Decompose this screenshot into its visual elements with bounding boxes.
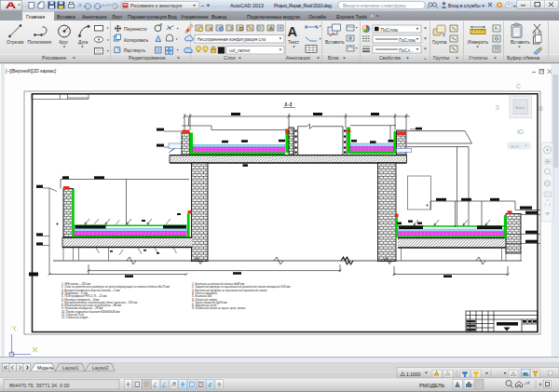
svg-text:9. Подвесной желоб из оцинк. к: 9. Подвесной желоб из оцинк. кров. стали — [192, 306, 246, 310]
svg-text:Измерить: Измерить — [468, 40, 489, 45]
svg-text:Вывод: Вывод — [211, 14, 226, 20]
svg-text:Подключенные модули: Подключенные модули — [247, 14, 300, 20]
svg-text:Группы: Группы — [433, 55, 450, 61]
svg-text:МСК: МСК — [511, 144, 520, 149]
svg-text:Введите ключевое слово/фразу: Введите ключевое слово/фразу — [343, 4, 407, 8]
svg-text:Вставить: Вставить — [511, 40, 530, 45]
svg-text:Вид: Вид — [168, 14, 177, 20]
svg-text:Express Tools: Express Tools — [336, 14, 367, 20]
svg-text:uol_razrez: uol_razrez — [229, 48, 251, 53]
svg-text:З: З — [496, 104, 499, 111]
svg-text:Ю: Ю — [517, 128, 524, 135]
svg-text:Лист: Лист — [112, 14, 123, 20]
svg-text:AutoCAD 2013: AutoCAD 2013 — [230, 3, 264, 8]
svg-text:ПоСл...: ПоСл... — [399, 48, 414, 53]
svg-text:864470.79, 39771.34, 0.00: 864470.79, 39771.34, 0.00 — [9, 383, 69, 388]
svg-text:Модель: Модель — [37, 366, 54, 371]
svg-text:Отрезок: Отрезок — [7, 40, 24, 45]
svg-text:Копировать: Копировать — [124, 38, 149, 43]
svg-text:Аннотации: Аннотации — [286, 55, 310, 61]
svg-text:Рисование и аннотация: Рисование и аннотация — [130, 3, 182, 8]
svg-text:[–][Верхний][2D каркас]: [–][Верхний][2D каркас] — [6, 68, 57, 74]
svg-text:Перенести: Перенести — [124, 27, 147, 32]
svg-text:С: С — [516, 83, 521, 89]
svg-text:Рисование: Рисование — [42, 55, 66, 61]
svg-text:Несохраненная конфигурация сло: Несохраненная конфигурация сло — [198, 37, 266, 42]
svg-text:Аннотации: Аннотации — [82, 14, 107, 20]
svg-text:Редактирование: Редактирование — [129, 55, 166, 61]
svg-text:Параметризация: Параметризация — [128, 14, 167, 20]
svg-text:ПоСлою: ПоСлою — [381, 28, 399, 33]
svg-text:?: ? — [508, 3, 511, 8]
svg-text:Слои: Слои — [224, 55, 236, 61]
svg-text:Растянуть: Растянуть — [124, 48, 146, 53]
svg-text:А: А — [288, 24, 298, 39]
svg-text:В: В — [539, 105, 543, 112]
svg-text:Буфер обмена: Буфер обмена — [507, 55, 539, 61]
svg-text:Вставить: Вставить — [325, 40, 345, 45]
svg-text:Дуга: Дуга — [78, 40, 89, 45]
svg-text:Текст: Текст — [288, 40, 300, 45]
svg-text:Project_Repair_Roof 2010.dwg: Project_Repair_Roof 2010.dwg — [274, 3, 332, 8]
svg-text:Главная: Главная — [26, 14, 45, 20]
svg-text:Блок: Блок — [328, 55, 339, 61]
svg-text:ПоСлою: ПоСлою — [399, 38, 416, 43]
svg-text:1-1: 1-1 — [284, 101, 293, 107]
svg-text:Layout1: Layout1 — [62, 366, 79, 371]
svg-text:Онлайн: Онлайн — [308, 14, 326, 20]
svg-text:Свойства: Свойства — [379, 55, 401, 61]
svg-text:1:1000: 1:1000 — [406, 372, 421, 377]
svg-text:Управление: Управление — [181, 14, 208, 20]
svg-text:Вставка: Вставка — [57, 14, 75, 20]
svg-text:Круг: Круг — [60, 40, 69, 45]
svg-text:Вход в службы: Вход в службы — [448, 3, 481, 8]
svg-text:Утилиты: Утилиты — [469, 55, 488, 61]
svg-text:Верх: Верх — [516, 105, 526, 110]
svg-text:Layout2: Layout2 — [92, 366, 109, 371]
svg-text:Полилиния: Полилиния — [28, 40, 52, 45]
svg-text:РМОДЕЛЬ: РМОДЕЛЬ — [419, 383, 445, 388]
svg-text:12. Стальной хомут: 12. Стальной хомут — [61, 316, 89, 319]
svg-text:Группа: Группа — [432, 40, 447, 45]
